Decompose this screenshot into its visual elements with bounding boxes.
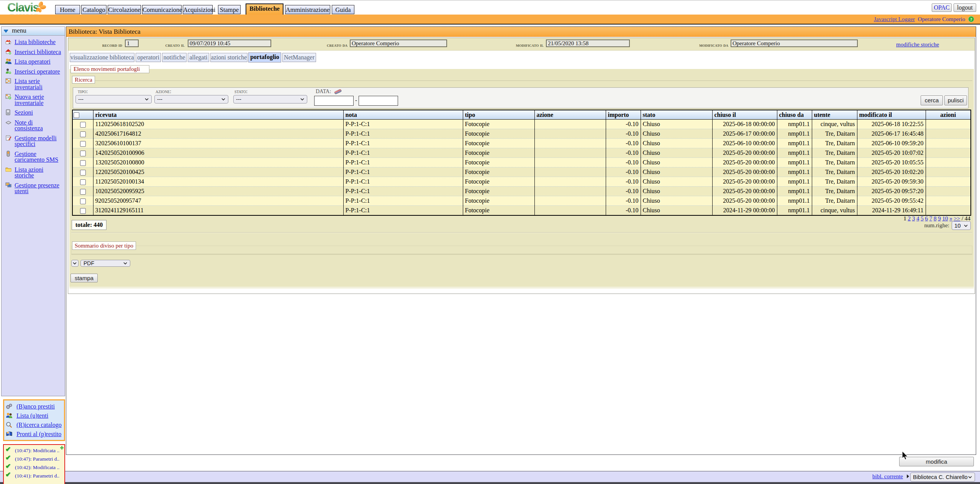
svg-text:?: ? — [970, 17, 972, 21]
svg-text:Clavis: Clavis — [7, 11, 39, 15]
